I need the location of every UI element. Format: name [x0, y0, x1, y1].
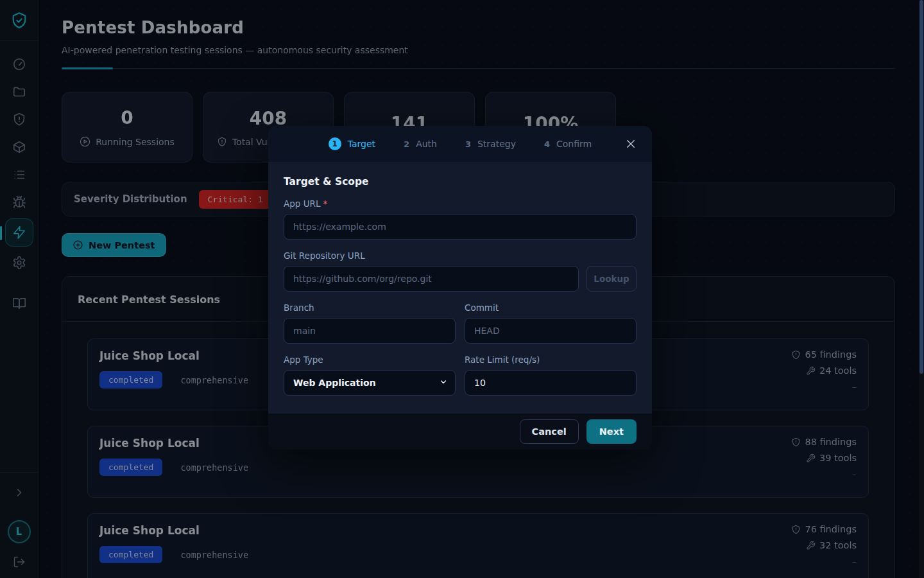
step-number-badge: 1	[329, 137, 341, 150]
app-type-label: App Type	[284, 355, 456, 365]
step-number: 3	[465, 139, 471, 149]
close-button[interactable]	[622, 136, 639, 152]
branch-input[interactable]	[284, 318, 456, 344]
close-icon	[625, 138, 637, 150]
step-label: Target	[348, 139, 375, 149]
rate-limit-input[interactable]	[465, 370, 637, 396]
git-url-input[interactable]	[284, 266, 579, 292]
git-url-label: Git Repository URL	[284, 250, 637, 261]
step-number: 4	[544, 139, 550, 149]
required-asterisk: *	[323, 198, 327, 209]
new-pentest-modal: 1 Target 2 Auth 3 Strategy 4 Confirm Tar…	[268, 126, 652, 450]
lookup-button[interactable]: Lookup	[586, 266, 637, 292]
step-target[interactable]: 1 Target	[329, 137, 375, 150]
cancel-button[interactable]: Cancel	[520, 419, 579, 444]
modal-step-header: 1 Target 2 Auth 3 Strategy 4 Confirm	[268, 126, 652, 162]
step-strategy[interactable]: 3 Strategy	[465, 139, 516, 149]
modal-title: Target & Scope	[284, 176, 637, 188]
modal-body: Target & Scope App URL* Git Repository U…	[268, 162, 652, 414]
step-auth[interactable]: 2 Auth	[404, 139, 437, 149]
commit-input[interactable]	[465, 318, 637, 344]
step-number: 2	[404, 139, 409, 149]
commit-label: Commit	[465, 302, 637, 313]
step-label: Strategy	[477, 139, 516, 149]
step-label: Confirm	[556, 139, 592, 149]
branch-label: Branch	[284, 302, 456, 313]
modal-footer: Cancel Next	[268, 414, 652, 450]
step-confirm[interactable]: 4 Confirm	[544, 139, 592, 149]
app-url-label: App URL*	[284, 198, 637, 209]
app-url-input[interactable]	[284, 214, 637, 240]
scrollbar-track[interactable]	[919, 0, 924, 578]
step-label: Auth	[416, 139, 437, 149]
rate-limit-label: Rate Limit (req/s)	[465, 355, 637, 365]
scrollbar-thumb[interactable]	[920, 0, 923, 374]
next-button[interactable]: Next	[586, 419, 637, 444]
app-type-select[interactable]: Web Application	[284, 370, 456, 396]
